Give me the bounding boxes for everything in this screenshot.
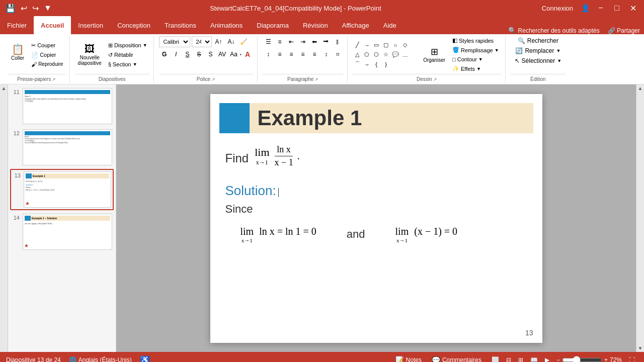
shape-more[interactable]: … <box>400 50 410 59</box>
shape-s1[interactable]: ⌒ <box>353 60 362 69</box>
shape-arrow[interactable]: → <box>362 41 371 50</box>
smartart-button[interactable]: ⌗ <box>332 49 343 60</box>
text-dir-button[interactable]: ↕ <box>263 49 274 60</box>
slide-thumb-13[interactable]: 13 Example 1 Find lim ln x / (x-1) Solut… <box>10 169 114 210</box>
couper-button[interactable]: ✂Couper <box>29 41 65 50</box>
line-spacing-button[interactable]: ↕ <box>320 49 332 60</box>
columns-button[interactable]: ⫿ <box>332 36 343 47</box>
dessin-expand-icon[interactable]: ↗ <box>433 77 437 82</box>
increase-indent-button[interactable]: ⇥ <box>297 36 308 47</box>
font-size-select[interactable]: 24 <box>192 36 212 47</box>
slide-thumb-12[interactable]: 12 Note 3 For the special case in which … <box>10 128 114 167</box>
close-button[interactable]: ✕ <box>626 1 640 15</box>
view-reading-button[interactable]: 📖 <box>527 355 541 362</box>
reproduire-button[interactable]: 🖌Reproduire <box>29 60 65 68</box>
slide-editing-area[interactable]: Example 1 Find lim x→1 ln x x − 1 . <box>116 84 636 352</box>
view-outline-button[interactable]: ⊟ <box>503 355 514 362</box>
zoom-in-icon[interactable]: + <box>604 356 608 362</box>
bullets-button[interactable]: ☰ <box>263 36 274 47</box>
right-scroll-up[interactable]: ▲ <box>637 84 644 92</box>
math-equations-row[interactable]: lim x→1 ln x = ln 1 = 0 and lim x→1 <box>240 226 527 243</box>
shape-pentagon[interactable]: ⬠ <box>362 50 371 59</box>
tab-animations[interactable]: Animations <box>203 16 250 34</box>
shape-circle[interactable]: ○ <box>391 41 400 50</box>
search-tools-label[interactable]: Rechercher des outils adaptés <box>518 27 600 34</box>
rtl-button[interactable]: ⬅ <box>309 36 320 47</box>
partager-button[interactable]: 🔗 Partager <box>608 27 640 34</box>
font-color-button[interactable]: A <box>242 49 253 60</box>
underline-button[interactable]: S <box>182 49 193 60</box>
tab-fichier[interactable]: Fichier <box>0 16 34 34</box>
comments-button[interactable]: 💬 Commentaires <box>429 355 485 362</box>
view-normal-button[interactable]: ⬜ <box>489 355 502 362</box>
minimize-button[interactable]: − <box>594 1 608 15</box>
find-expression[interactable]: Find lim x→1 ln x x − 1 . <box>225 144 527 168</box>
rechercher-button[interactable]: 🔍 Rechercher <box>514 36 562 45</box>
customize-qat-icon[interactable]: ▼ <box>42 3 53 14</box>
view-slideshow-button[interactable]: ▶ <box>542 355 552 362</box>
selectionner-button[interactable]: ↖ Sélectionner ▼ <box>511 56 566 65</box>
disposition-button[interactable]: ⊞ Disposition ▼ <box>106 41 149 50</box>
fit-slide-button[interactable]: ⛶ <box>626 355 638 362</box>
zoom-slider[interactable] <box>562 356 602 362</box>
slide-canvas[interactable]: Example 1 Find lim x→1 ln x x − 1 . <box>210 94 542 343</box>
copier-button[interactable]: 📄Copier <box>29 51 65 59</box>
slide-thumb-11[interactable]: 11 Note 2 L'Hospital's Rule is also call… <box>10 86 114 126</box>
increase-font-button[interactable]: A↑ <box>213 36 224 47</box>
organiser-button[interactable]: ⊞ Organiser <box>420 44 448 65</box>
styles-rapides-button[interactable]: ◧ Styles rapides <box>450 36 501 45</box>
tab-aide[interactable]: Aide <box>376 16 404 34</box>
contour-button[interactable]: □ Contour ▼ <box>450 55 501 63</box>
zoom-level-label[interactable]: 72% <box>610 356 622 362</box>
tab-insertion[interactable]: Insertion <box>71 16 110 34</box>
shape-triangle[interactable]: △ <box>353 50 362 59</box>
tab-accueil[interactable]: Accueil <box>34 16 71 34</box>
nouvelle-diapositive-button[interactable]: 🖼 Nouvelle diapositive <box>75 42 105 68</box>
presse-papiers-expand-icon[interactable]: ↗ <box>52 77 56 82</box>
accessibility-icon[interactable]: ♿ <box>140 355 150 363</box>
shape-s3[interactable]: { <box>372 60 381 69</box>
coller-button[interactable]: 📋 Coller <box>8 42 27 67</box>
slide-body[interactable]: Find lim x→1 ln x x − 1 . Solution: <box>225 139 527 328</box>
language-status[interactable]: 🌐 Anglais (États-Unis) <box>69 356 132 362</box>
tab-diaporama[interactable]: Diaporama <box>250 16 296 34</box>
solution-label-container[interactable]: Solution: <box>225 183 527 199</box>
retablir-button[interactable]: ↺ Rétablir <box>106 51 149 59</box>
decrease-indent-button[interactable]: ⇤ <box>286 36 297 47</box>
spacing-button[interactable]: AV <box>217 49 228 60</box>
zoom-out-icon[interactable]: − <box>556 356 560 362</box>
right-scroll-down[interactable]: ▼ <box>637 344 644 352</box>
since-text-container[interactable]: Since <box>225 203 527 216</box>
tab-conception[interactable]: Conception <box>110 16 157 34</box>
search-tools-icon[interactable]: 🔍 <box>508 27 516 34</box>
align-left-button[interactable]: ≡ <box>274 49 285 60</box>
view-slidesorter-button[interactable]: ⊞ <box>515 355 526 362</box>
center-button[interactable]: ≡ <box>286 49 297 60</box>
effets-button[interactable]: ✨ Effets ▼ <box>450 64 501 73</box>
tab-revision[interactable]: Révision <box>296 16 335 34</box>
shape-s4[interactable]: } <box>381 60 390 69</box>
italic-button[interactable]: I <box>171 49 182 60</box>
save-icon[interactable]: 💾 <box>4 3 17 14</box>
numbered-list-button[interactable]: ≡ <box>274 36 285 47</box>
redo-icon[interactable]: ↪ <box>31 3 40 14</box>
scroll-up-icon[interactable]: ▲ <box>1 84 8 92</box>
remplissage-button[interactable]: 🪣 Remplissage ▼ <box>450 46 501 54</box>
maximize-button[interactable]: □ <box>610 1 624 15</box>
tab-transitions[interactable]: Transitions <box>157 16 203 34</box>
align-right-button[interactable]: ≡ <box>297 49 308 60</box>
shadow-button[interactable]: S <box>205 49 216 60</box>
connexion-button[interactable]: Connexion <box>538 4 577 13</box>
slide-thumb-14[interactable]: 14 Example 1 – Solution we can apply L'H… <box>10 212 114 251</box>
slide-title-bar[interactable]: Example 1 <box>219 103 533 133</box>
shape-diamond[interactable]: ◇ <box>400 41 410 50</box>
clear-format-button[interactable]: 🧹 <box>238 36 250 47</box>
police-expand-icon[interactable]: ↗ <box>211 77 215 82</box>
shape-rect[interactable]: ▭ <box>372 41 381 50</box>
font-family-select[interactable]: Calibri <box>159 36 190 47</box>
shape-rounded-rect[interactable]: ▢ <box>381 41 390 50</box>
notes-button[interactable]: 📝 Notes <box>392 355 425 362</box>
strikethrough-button[interactable]: S <box>194 49 205 60</box>
ltr-button[interactable]: ⮕ <box>320 36 332 47</box>
shape-star[interactable]: ☆ <box>381 50 390 59</box>
